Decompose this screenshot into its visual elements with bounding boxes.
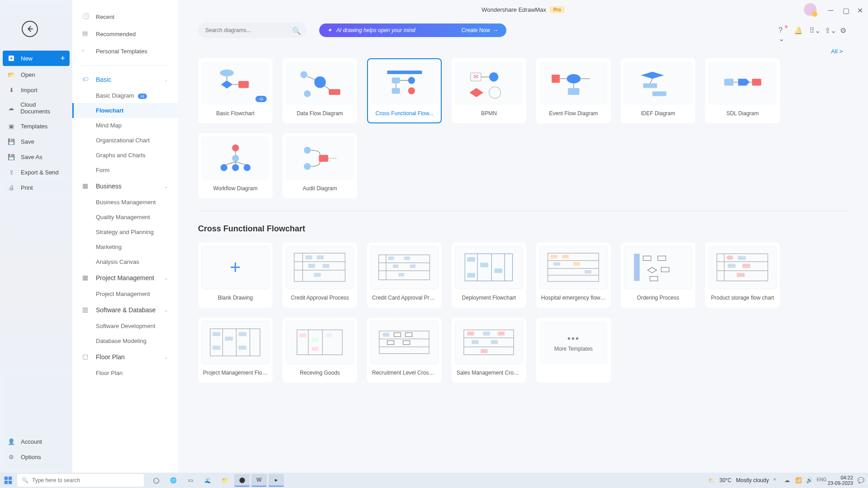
- nav-label: Templates: [21, 123, 47, 130]
- back-button[interactable]: [22, 21, 38, 37]
- cat-personal-templates[interactable]: ▫ Personal Templates: [72, 42, 178, 60]
- nav-new[interactable]: New +: [3, 51, 70, 66]
- cat-strategy[interactable]: Strategy and Planning: [72, 225, 178, 239]
- nav-templates[interactable]: ▣ Templates: [0, 118, 72, 134]
- cat-basic[interactable]: 🏷 Basic ⌄: [72, 71, 178, 88]
- avatar[interactable]: [804, 3, 816, 16]
- cat-marketing[interactable]: Marketing: [72, 239, 178, 254]
- help-icon[interactable]: ?⌄: [778, 26, 787, 34]
- cat-flowchart[interactable]: Flowchart: [72, 103, 178, 118]
- cat-recommended[interactable]: ▤ Recommended: [72, 25, 178, 42]
- nav-export[interactable]: ⇪ Export & Send: [0, 164, 72, 180]
- nav-options[interactable]: ⚙ Options: [0, 449, 72, 465]
- taskbar-app-edge[interactable]: 🌊: [200, 474, 215, 487]
- nav-account[interactable]: 👤 Account: [0, 434, 72, 449]
- tray-wifi-icon[interactable]: 📶: [795, 477, 802, 483]
- tray-language-icon[interactable]: ENG: [817, 477, 823, 483]
- cat-analysis[interactable]: Analysis Canvas: [72, 254, 178, 269]
- nav-cloud-documents[interactable]: ☁ Cloud Documents: [0, 98, 72, 118]
- svg-point-50: [304, 163, 311, 169]
- template-credit-card-approval[interactable]: Credit Card Approval Proc...: [367, 243, 442, 308]
- tray-volume-icon[interactable]: 🔊: [806, 477, 812, 483]
- gear-icon[interactable]: ⚙: [840, 26, 848, 34]
- diagram-card-basic-flowchart[interactable]: Basic Flowchart: [198, 58, 273, 123]
- cat-floor-plan-sub[interactable]: Floor Plan: [72, 366, 178, 380]
- template-receving-goods[interactable]: Receving Goods: [283, 318, 357, 383]
- bell-icon[interactable]: 🔔: [794, 26, 802, 34]
- template-more[interactable]: ••• More Templates: [536, 318, 611, 383]
- taskbar-app-taskview[interactable]: ▭: [183, 474, 198, 487]
- taskbar-app-globe[interactable]: 🌐: [165, 474, 181, 487]
- nav-save-as[interactable]: 💾 Save As: [0, 149, 72, 164]
- tray-chevron-icon[interactable]: ^: [774, 477, 780, 483]
- cat-mind-map[interactable]: Mind Map: [72, 118, 178, 133]
- share-icon[interactable]: ⇪⌄: [825, 26, 833, 34]
- taskbar-app-word[interactable]: W: [251, 474, 267, 487]
- diagram-card-audit[interactable]: Audit Diagram: [283, 133, 357, 198]
- diagram-card-data-flow[interactable]: Data Flow Diagram: [283, 58, 357, 123]
- template-sales-mgmt[interactable]: Sales Management Crossf...: [452, 318, 526, 383]
- template-project-mgmt-flow[interactable]: Project Management Flow...: [198, 318, 273, 383]
- all-link[interactable]: All >: [831, 42, 868, 55]
- cat-project-management[interactable]: ▦ Project Management ⌄: [72, 269, 178, 286]
- diagram-card-sdl[interactable]: SDL Diagram: [705, 58, 780, 123]
- nav-open[interactable]: 📂 Open: [0, 67, 72, 82]
- cat-db-modeling[interactable]: Database Modeling: [72, 333, 178, 348]
- cat-recent[interactable]: 🕒 Recent: [72, 8, 178, 25]
- svg-rect-108: [225, 337, 233, 341]
- taskbar-search-input[interactable]: [32, 477, 139, 483]
- nav-import[interactable]: ⬇ Import: [0, 82, 72, 98]
- weather-icon[interactable]: ⛅: [708, 477, 715, 483]
- apps-icon[interactable]: ⠿⌄: [809, 26, 817, 34]
- nav-label: Print: [21, 184, 33, 191]
- ai-create-now[interactable]: Create Now →: [462, 27, 498, 33]
- svg-rect-102: [737, 273, 745, 277]
- taskbar-app-chrome[interactable]: ⬤: [234, 474, 250, 487]
- template-blank-drawing[interactable]: + Blank Drawing: [198, 243, 273, 308]
- card-label: Recruitment Level Cross F...: [370, 364, 439, 380]
- ai-banner[interactable]: ✦ AI drawing helps open your mind Create…: [319, 23, 506, 37]
- taskbar-app-cortana[interactable]: ◯: [148, 474, 164, 487]
- maximize-button[interactable]: ▢: [843, 6, 849, 13]
- diagram-card-workflow[interactable]: Workflow Diagram: [198, 133, 273, 198]
- minimize-button[interactable]: ─: [828, 6, 835, 13]
- diagram-card-idef[interactable]: IDEF Diagram: [621, 58, 695, 123]
- svg-rect-15: [392, 88, 400, 94]
- tray-onedrive-icon[interactable]: ☁: [784, 477, 791, 483]
- template-product-storage[interactable]: Product storage flow chart: [705, 243, 780, 308]
- cat-floor-plan[interactable]: ▢ Floor Plan ⌄: [72, 348, 178, 366]
- taskbar-app-edraw[interactable]: ▸: [269, 474, 284, 487]
- close-button[interactable]: ✕: [857, 6, 863, 13]
- nav-save[interactable]: 💾 Save: [0, 134, 72, 149]
- cat-label: Software & Database: [96, 306, 156, 314]
- taskbar-search[interactable]: 🔍: [17, 474, 144, 487]
- cat-software-dev[interactable]: Software Development: [72, 319, 178, 333]
- cat-basic-diagram[interactable]: Basic Diagram: [72, 88, 178, 103]
- start-button[interactable]: [4, 476, 13, 485]
- template-deployment-flowchart[interactable]: Deployment Flowchart: [452, 243, 526, 308]
- cat-business[interactable]: ▦ Business ⌄: [72, 178, 178, 195]
- template-ordering-process[interactable]: Ordering Process: [621, 243, 695, 308]
- search-box[interactable]: 🔍: [198, 23, 307, 38]
- diagram-card-bpmn[interactable]: ✉ BPMN: [452, 58, 526, 123]
- cat-graphs[interactable]: Graphs and Charts: [72, 148, 178, 163]
- diagram-card-cross-functional[interactable]: Cross Functional Flow...: [367, 58, 442, 123]
- nav-print[interactable]: 🖨 Print: [0, 180, 72, 195]
- card-label: BPMN: [455, 105, 523, 120]
- taskbar-app-explorer[interactable]: 📁: [217, 474, 232, 487]
- cat-org-chart[interactable]: Organizational Chart: [72, 133, 178, 148]
- cat-quality[interactable]: Quality Management: [72, 210, 178, 225]
- tray-notifications-icon[interactable]: 💬: [858, 477, 864, 483]
- template-recruitment-level[interactable]: Recruitment Level Cross F...: [367, 318, 442, 383]
- cat-software-database[interactable]: ▥ Software & Database ⌄: [72, 301, 178, 319]
- template-hospital-emergency[interactable]: Hospital emergency flow c...: [536, 243, 611, 308]
- cat-form[interactable]: Form: [72, 163, 178, 178]
- template-credit-approval[interactable]: Credit Approval Process: [283, 243, 357, 308]
- diagram-card-event-flow[interactable]: Event Flow Diagram: [536, 58, 611, 123]
- search-input[interactable]: [205, 27, 292, 33]
- svg-point-98: [726, 256, 733, 260]
- cat-proj-mgmt-sub[interactable]: Project Management: [72, 286, 178, 301]
- cat-biz-mgmt[interactable]: Business Management: [72, 195, 178, 210]
- taskbar-clock[interactable]: 04:22 23-09-2023: [828, 475, 853, 486]
- svg-rect-3: [238, 81, 249, 88]
